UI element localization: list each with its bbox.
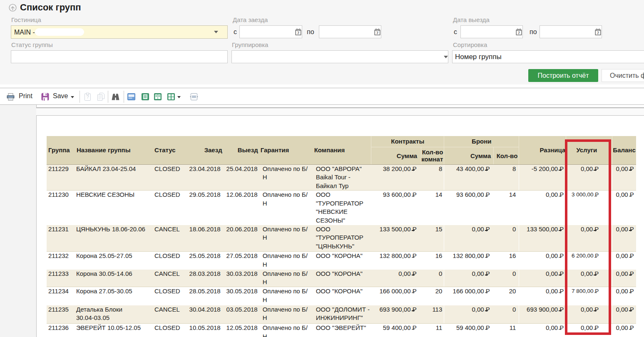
svg-text:?: ? bbox=[86, 94, 89, 99]
